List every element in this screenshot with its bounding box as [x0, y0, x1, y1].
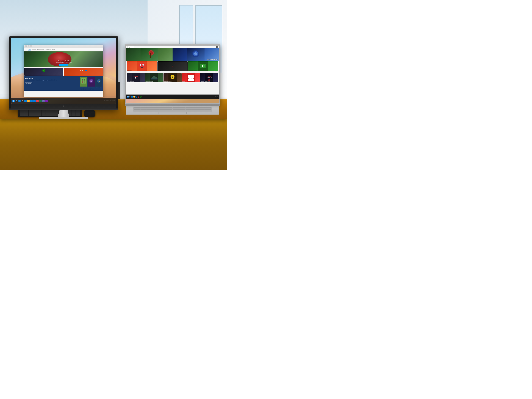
svg-point-26	[194, 52, 197, 55]
game-card-age-of-empires[interactable]: AOE Age of Empires	[95, 77, 102, 89]
fallout-label: Fallout Shelter Windows 10	[164, 81, 181, 82]
svg-rect-7	[84, 81, 85, 83]
imac-stand-neck	[54, 110, 73, 117]
svg-text:☢: ☢	[172, 76, 173, 78]
app-tile-gamepass[interactable]: X Access to over 100 PC games	[24, 68, 63, 76]
game-card-metro-exodus[interactable]: METRO EXODUS Metro Exodus Windows 10 Edi…	[200, 73, 218, 82]
game-card-fallout-shelter[interactable]: ☢ Fallout Shelter Windows 10	[164, 73, 182, 82]
minimize-button[interactable]: ─	[25, 45, 27, 47]
nav-tab-productivity[interactable]: Productivity	[45, 49, 51, 51]
taskbar-excel[interactable]: X	[39, 100, 42, 102]
surface-hero-label: Most popular games	[207, 59, 217, 60]
svg-rect-55	[127, 97, 128, 97]
key	[205, 109, 211, 110]
game-card-gears5[interactable]: GEARS 5 GEARS 5 Ultimate Edition	[127, 73, 145, 82]
taskbar-office[interactable]: O	[36, 100, 39, 102]
metro-label: Metro Exodus Windows 10 Edition	[201, 81, 218, 82]
hero-text: The Outer Worlds Welcome to the future -…	[56, 60, 72, 66]
key	[185, 107, 192, 108]
surface-store-tb[interactable]: 🛍	[135, 96, 137, 98]
close-button[interactable]: ✕	[30, 45, 32, 47]
core-games-text: Core games Do you have what it takes? Th…	[25, 77, 79, 85]
surface-search-tb[interactable]: 🔍	[129, 96, 131, 98]
surface-screen: 🔍 Search	[126, 45, 219, 103]
ms-store-surface-window[interactable]: 🔍 Search	[126, 45, 219, 99]
outer-worlds-rating: ★★★★★ 194	[88, 89, 95, 89]
show-all-link[interactable]: Show all	[126, 71, 219, 73]
taskbar-cortana[interactable]: C	[18, 100, 21, 102]
get-more-info-button[interactable]: Get more info	[25, 82, 32, 84]
game-card-outer-worlds[interactable]: OW The Outer Worlds Age of... ★★★★★ 194	[88, 77, 95, 89]
search-icon: 🔍	[129, 46, 130, 48]
svg-rect-17	[13, 101, 13, 102]
svg-point-52	[208, 79, 210, 81]
taskbar-date: 10/13/2019	[110, 100, 115, 101]
key	[160, 109, 166, 110]
maximize-button[interactable]: □	[28, 45, 29, 47]
surface-tile-movies-tv[interactable]: See what's new in Movies & TV	[188, 61, 218, 71]
surface-tile-angry-birds[interactable]: Angry Birds 2	[127, 61, 157, 71]
key	[160, 107, 166, 108]
dora-label: See what's new in Movies & TV	[188, 70, 218, 70]
taskbar-explorer[interactable]: 📁	[27, 100, 30, 102]
imac-camera	[63, 106, 64, 107]
nav-tabs: Home Gaming Entertainment Productivity D…	[28, 49, 55, 51]
nav-tab-entertainment[interactable]: Entertainment	[38, 49, 44, 51]
surface-games-row: GEARS 5 GEARS 5 Ultimate Edition World o…	[126, 73, 219, 83]
nav-tab-gaming[interactable]: Gaming	[32, 49, 36, 51]
surface-mail[interactable]: ✉	[138, 96, 139, 98]
surface-start-button[interactable]	[127, 96, 129, 98]
key	[166, 109, 172, 110]
taskbar-taskview[interactable]: ⧉	[21, 100, 24, 102]
svg-rect-22	[150, 53, 151, 58]
minecraft-title: Minecraft for Windows 10...	[80, 87, 87, 89]
svg-rect-56	[128, 97, 128, 97]
taskbar-time: 12:41 PM	[104, 100, 109, 101]
surface-tile-netflix[interactable]: N Essential apps	[158, 61, 188, 71]
ms-store-imac-window[interactable]: ─ □ ✕ ← Home Gaming Entertainment Produc…	[24, 45, 103, 97]
surface-xbox[interactable]: X	[140, 96, 141, 98]
svg-rect-4	[82, 79, 83, 81]
back-button[interactable]: ←	[25, 49, 27, 51]
taskbar-onenote[interactable]: N	[45, 100, 48, 102]
key	[140, 107, 147, 108]
surface-hero-banner: Most popular games	[126, 48, 219, 61]
game-card-minecraft[interactable]: Minecraft for Windows 10... ★★★★★ 500	[80, 77, 87, 89]
taskbar-system-tray: 12:41 PM 10/13/2019	[104, 100, 115, 101]
game-card-roblox[interactable]: ROBLOX ROBLOX	[182, 73, 200, 82]
minecraft-rating: ★★★★★ 500	[80, 89, 87, 89]
game-card-world-of-warships[interactable]: World of Warships: Legends	[145, 73, 163, 82]
app-tile-office365[interactable]: W X P O This is your 365	[64, 68, 103, 76]
surface-edge[interactable]: e	[131, 96, 133, 98]
wow-art	[145, 73, 163, 82]
surface-taskbar: 🔍 e 📁 🛍 ✉ X 12:47 PM 10/13/2019	[126, 95, 219, 99]
surface-user-avatar[interactable]	[216, 46, 218, 48]
search-placeholder: Search	[130, 46, 133, 48]
game-cards: Minecraft for Windows 10... ★★★★★ 500 OW	[80, 77, 102, 89]
surface-explorer[interactable]: 📁	[133, 96, 135, 98]
minecraft-art	[80, 77, 87, 87]
surface-trackpad[interactable]	[158, 112, 187, 114]
nav-tab-home[interactable]: Home	[28, 49, 31, 51]
ms-store-titlebar: ─ □ ✕	[24, 45, 103, 48]
key	[147, 107, 153, 108]
svg-text:ROBLOX: ROBLOX	[188, 77, 194, 79]
surface-date: 10/13/2019	[215, 97, 218, 98]
imac-taskbar: 🔍 C ⧉ e 📁 🛍 ✉ O X T N 12:41 PM 10/13/201…	[11, 98, 116, 104]
netflix-label: Essential apps	[158, 70, 187, 70]
svg-text:EXODUS: EXODUS	[207, 77, 212, 78]
taskbar-mail[interactable]: ✉	[33, 100, 36, 102]
core-games-description: Do you have what it takes? These exhilar…	[25, 79, 79, 81]
taskbar-start[interactable]	[12, 100, 15, 102]
surface-store-header: 🔍 Search	[126, 45, 219, 48]
windows-logo-surface	[127, 96, 129, 97]
wow-label: World of Warships: Legends	[146, 81, 163, 82]
nav-tab-deals[interactable]: Deals	[52, 49, 55, 51]
svg-point-31	[140, 64, 141, 65]
taskbar-search[interactable]: 🔍	[15, 100, 18, 102]
surface-search-bar[interactable]: 🔍 Search	[127, 46, 134, 48]
taskbar-teams[interactable]: T	[42, 100, 45, 102]
taskbar-edge[interactable]: e	[24, 100, 27, 102]
dora-art	[188, 61, 218, 71]
taskbar-store[interactable]: 🛍	[30, 100, 33, 102]
